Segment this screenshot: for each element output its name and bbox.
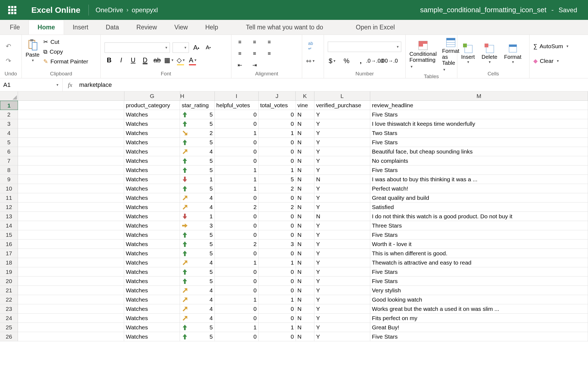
cell[interactable]: N — [296, 128, 315, 138]
cell[interactable]: 0 — [215, 230, 259, 240]
cell[interactable]: This is when different is good. — [370, 249, 588, 258]
cell[interactable]: 1 — [180, 175, 215, 184]
font-name-select[interactable]: ▼ — [105, 42, 170, 53]
cell[interactable]: Watches — [124, 267, 180, 277]
cell[interactable]: 2 — [259, 203, 296, 212]
row-header[interactable]: 12 — [0, 203, 18, 212]
row-header[interactable]: 25 — [0, 323, 18, 332]
row-header[interactable]: 5 — [0, 138, 18, 147]
cell[interactable]: 0 — [215, 249, 259, 258]
cell[interactable]: Y — [314, 193, 370, 203]
cell[interactable]: Y — [314, 258, 370, 267]
cell[interactable]: Five Stars — [370, 138, 588, 147]
cell[interactable]: 4 — [180, 193, 215, 203]
delete-cells-button[interactable]: Delete▼ — [482, 43, 497, 64]
tab-data[interactable]: Data — [97, 20, 128, 35]
shrink-font-button[interactable]: A▾ — [204, 43, 213, 52]
cell[interactable]: 0 — [259, 277, 296, 286]
align-bottom-button[interactable]: ≡ — [265, 38, 274, 47]
row-header[interactable]: 17 — [0, 249, 18, 258]
row-header[interactable]: 16 — [0, 240, 18, 249]
breadcrumb-onedrive[interactable]: OneDrive — [96, 6, 123, 14]
cell[interactable]: 5 — [180, 138, 215, 147]
cut-button[interactable]: ✂Cut — [43, 39, 88, 45]
cell[interactable]: N — [296, 258, 315, 267]
tell-me-search[interactable]: Tell me what you want to do — [227, 20, 337, 35]
cell[interactable]: Very stylish — [370, 286, 588, 295]
undo-button[interactable]: ↶ — [4, 42, 13, 51]
cell[interactable]: N — [296, 249, 315, 258]
cell[interactable]: Watches — [124, 128, 180, 138]
spreadsheet-grid[interactable]: GHIJKLM 1product_categorystar_ratinghelp… — [0, 91, 588, 341]
cell[interactable]: N — [296, 230, 315, 240]
paste-button[interactable]: Paste ▼ — [26, 39, 39, 62]
row-header[interactable]: 26 — [0, 332, 18, 341]
fill-color-button[interactable]: ◇▼ — [176, 56, 186, 65]
cell[interactable]: N — [296, 323, 315, 332]
cell[interactable]: Y — [314, 165, 370, 175]
cell[interactable]: Y — [314, 119, 370, 128]
cell[interactable]: Y — [314, 128, 370, 138]
cell[interactable]: N — [296, 240, 315, 249]
cell[interactable]: 1 — [259, 295, 296, 304]
grow-font-button[interactable]: A▴ — [192, 43, 201, 52]
cell[interactable]: 0 — [259, 314, 296, 323]
cell[interactable]: N — [296, 147, 315, 156]
cell[interactable]: Y — [314, 203, 370, 212]
cell[interactable]: Watches — [124, 119, 180, 128]
row-header[interactable]: 22 — [0, 295, 18, 304]
align-top-button[interactable]: ≡ — [235, 38, 244, 47]
cell[interactable]: 0 — [215, 110, 259, 119]
accounting-format-button[interactable]: $▼ — [328, 56, 337, 66]
merge-button[interactable]: ⇿▼ — [306, 56, 315, 66]
cell[interactable]: Y — [314, 323, 370, 332]
cell[interactable]: 1 — [215, 258, 259, 267]
cell[interactable]: N — [296, 203, 315, 212]
cell[interactable]: Y — [314, 304, 370, 314]
cell[interactable]: Y — [314, 138, 370, 147]
cell[interactable]: helpful_votes — [215, 101, 259, 110]
format-as-table-button[interactable]: Format as Table ▼ — [442, 37, 459, 73]
cell[interactable]: 3 — [180, 221, 215, 230]
row-header[interactable]: 6 — [0, 147, 18, 156]
cell[interactable]: 5 — [180, 240, 215, 249]
clear-button[interactable]: ◆Clear▼ — [533, 58, 569, 64]
cell[interactable]: vine — [296, 101, 315, 110]
cell[interactable]: 5 — [180, 249, 215, 258]
column-header-L[interactable]: L — [314, 91, 370, 101]
column-header-M[interactable]: M — [370, 91, 588, 101]
cell[interactable]: Watches — [124, 304, 180, 314]
cell[interactable]: Y — [314, 286, 370, 295]
cell[interactable]: N — [296, 314, 315, 323]
cell[interactable]: N — [314, 212, 370, 221]
row-header[interactable]: 19 — [0, 267, 18, 277]
row-header[interactable]: 9 — [0, 175, 18, 184]
cell[interactable]: N — [296, 277, 315, 286]
cell[interactable]: Two Stars — [370, 128, 588, 138]
row-header[interactable]: 3 — [0, 119, 18, 128]
number-format-select[interactable]: ▼ — [328, 42, 401, 52]
cell[interactable]: Watches — [124, 147, 180, 156]
cell[interactable]: Perfect watch! — [370, 184, 588, 193]
cell[interactable]: 3 — [259, 240, 296, 249]
cell[interactable]: Five Stars — [370, 277, 588, 286]
row-header[interactable]: 8 — [0, 165, 18, 175]
cell[interactable]: Y — [314, 295, 370, 304]
cell[interactable]: 0 — [215, 304, 259, 314]
cell[interactable]: 5 — [259, 175, 296, 184]
align-right-button[interactable]: ≡ — [265, 49, 274, 58]
double-underline-button[interactable]: D — [140, 56, 150, 65]
cell[interactable]: N — [296, 138, 315, 147]
cell[interactable]: Worth it - love it — [370, 240, 588, 249]
cell[interactable]: 1 — [215, 295, 259, 304]
insert-cells-button[interactable]: Insert▼ — [461, 43, 475, 64]
tab-file[interactable]: File — [0, 20, 29, 35]
cell[interactable]: 0 — [215, 277, 259, 286]
tab-view[interactable]: View — [166, 20, 197, 35]
cell[interactable]: Watches — [124, 332, 180, 341]
cell[interactable]: 1 — [215, 128, 259, 138]
cell[interactable]: Watches — [124, 184, 180, 193]
cell[interactable]: N — [296, 119, 315, 128]
cell[interactable]: Y — [314, 156, 370, 165]
cell[interactable]: Fits perfect on my — [370, 314, 588, 323]
